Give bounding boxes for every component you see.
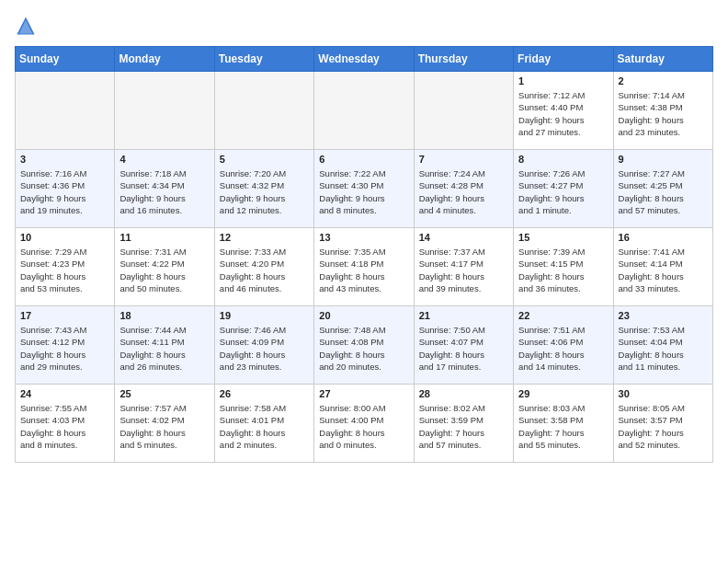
day-info: Sunrise: 7:53 AM Sunset: 4:04 PM Dayligh… xyxy=(619,324,708,373)
day-info: Sunrise: 7:29 AM Sunset: 4:23 PM Dayligh… xyxy=(20,246,109,294)
day-number: 25 xyxy=(119,388,209,399)
day-info: Sunrise: 8:05 AM Sunset: 3:57 PM Dayligh… xyxy=(619,402,708,451)
day-info: Sunrise: 7:44 AM Sunset: 4:11 PM Dayligh… xyxy=(119,324,209,373)
day-number: 6 xyxy=(319,154,408,165)
calendar-cell: 16Sunrise: 7:41 AM Sunset: 4:14 PM Dayli… xyxy=(613,228,712,306)
weekday-header-thursday: Thursday xyxy=(414,47,513,72)
day-number: 8 xyxy=(518,154,608,165)
calendar-cell: 9Sunrise: 7:27 AM Sunset: 4:25 PM Daylig… xyxy=(613,150,712,228)
day-number: 30 xyxy=(619,388,708,399)
calendar-cell: 12Sunrise: 7:33 AM Sunset: 4:20 PM Dayli… xyxy=(214,228,313,306)
weekday-header-tuesday: Tuesday xyxy=(214,47,313,72)
day-info: Sunrise: 7:14 AM Sunset: 4:38 PM Dayligh… xyxy=(619,89,708,138)
day-info: Sunrise: 7:18 AM Sunset: 4:34 PM Dayligh… xyxy=(119,167,209,216)
day-info: Sunrise: 7:51 AM Sunset: 4:06 PM Dayligh… xyxy=(518,324,608,373)
logo xyxy=(15,15,40,37)
calendar-week-row-1: 1Sunrise: 7:12 AM Sunset: 4:40 PM Daylig… xyxy=(16,72,713,150)
calendar-table: SundayMondayTuesdayWednesdayThursdayFrid… xyxy=(15,46,713,463)
calendar-cell: 11Sunrise: 7:31 AM Sunset: 4:22 PM Dayli… xyxy=(115,228,214,306)
calendar-cell: 6Sunrise: 7:22 AM Sunset: 4:30 PM Daylig… xyxy=(314,150,414,228)
calendar-cell xyxy=(214,72,313,150)
day-info: Sunrise: 8:03 AM Sunset: 3:58 PM Dayligh… xyxy=(518,402,608,451)
calendar-cell: 15Sunrise: 7:39 AM Sunset: 4:15 PM Dayli… xyxy=(514,228,613,306)
calendar-cell: 24Sunrise: 7:55 AM Sunset: 4:03 PM Dayli… xyxy=(16,385,115,463)
calendar-week-row-4: 17Sunrise: 7:43 AM Sunset: 4:12 PM Dayli… xyxy=(16,306,713,385)
day-number: 19 xyxy=(220,310,309,321)
calendar-cell: 22Sunrise: 7:51 AM Sunset: 4:06 PM Dayli… xyxy=(514,306,613,385)
day-number: 29 xyxy=(518,388,608,399)
calendar-cell xyxy=(314,72,414,150)
day-info: Sunrise: 7:16 AM Sunset: 4:36 PM Dayligh… xyxy=(20,167,109,216)
calendar-cell: 17Sunrise: 7:43 AM Sunset: 4:12 PM Dayli… xyxy=(16,306,115,385)
calendar-cell: 14Sunrise: 7:37 AM Sunset: 4:17 PM Dayli… xyxy=(414,228,513,306)
day-info: Sunrise: 7:31 AM Sunset: 4:22 PM Dayligh… xyxy=(119,246,209,294)
calendar-cell: 5Sunrise: 7:20 AM Sunset: 4:32 PM Daylig… xyxy=(214,150,313,228)
day-number: 28 xyxy=(419,388,508,399)
day-number: 11 xyxy=(119,232,209,243)
weekday-header-wednesday: Wednesday xyxy=(314,47,414,72)
day-info: Sunrise: 7:20 AM Sunset: 4:32 PM Dayligh… xyxy=(220,167,309,216)
day-number: 13 xyxy=(319,232,408,243)
weekday-header-monday: Monday xyxy=(115,47,214,72)
weekday-header-row: SundayMondayTuesdayWednesdayThursdayFrid… xyxy=(16,47,713,72)
day-number: 9 xyxy=(619,154,708,165)
day-info: Sunrise: 7:57 AM Sunset: 4:02 PM Dayligh… xyxy=(119,402,209,451)
calendar-cell: 20Sunrise: 7:48 AM Sunset: 4:08 PM Dayli… xyxy=(314,306,414,385)
calendar-cell: 30Sunrise: 8:05 AM Sunset: 3:57 PM Dayli… xyxy=(613,385,712,463)
day-number: 21 xyxy=(419,310,508,321)
calendar-cell xyxy=(414,72,513,150)
logo-icon xyxy=(15,15,37,37)
calendar-cell: 23Sunrise: 7:53 AM Sunset: 4:04 PM Dayli… xyxy=(613,306,712,385)
day-info: Sunrise: 7:58 AM Sunset: 4:01 PM Dayligh… xyxy=(220,402,309,451)
day-info: Sunrise: 7:35 AM Sunset: 4:18 PM Dayligh… xyxy=(319,246,408,294)
day-info: Sunrise: 7:22 AM Sunset: 4:30 PM Dayligh… xyxy=(319,167,408,216)
day-number: 22 xyxy=(518,310,608,321)
day-number: 18 xyxy=(119,310,209,321)
day-number: 27 xyxy=(319,388,408,399)
day-info: Sunrise: 7:37 AM Sunset: 4:17 PM Dayligh… xyxy=(419,246,508,294)
calendar-cell: 21Sunrise: 7:50 AM Sunset: 4:07 PM Dayli… xyxy=(414,306,513,385)
day-info: Sunrise: 7:55 AM Sunset: 4:03 PM Dayligh… xyxy=(20,402,109,451)
day-number: 12 xyxy=(220,232,309,243)
day-number: 24 xyxy=(20,388,109,399)
calendar-cell: 8Sunrise: 7:26 AM Sunset: 4:27 PM Daylig… xyxy=(514,150,613,228)
calendar-cell: 19Sunrise: 7:46 AM Sunset: 4:09 PM Dayli… xyxy=(214,306,313,385)
day-number: 14 xyxy=(419,232,508,243)
day-number: 5 xyxy=(220,154,309,165)
calendar-cell: 3Sunrise: 7:16 AM Sunset: 4:36 PM Daylig… xyxy=(16,150,115,228)
day-number: 15 xyxy=(518,232,608,243)
calendar-cell xyxy=(16,72,115,150)
day-info: Sunrise: 7:33 AM Sunset: 4:20 PM Dayligh… xyxy=(220,246,309,294)
day-info: Sunrise: 7:27 AM Sunset: 4:25 PM Dayligh… xyxy=(619,167,708,216)
calendar-cell: 28Sunrise: 8:02 AM Sunset: 3:59 PM Dayli… xyxy=(414,385,513,463)
day-number: 7 xyxy=(419,154,508,165)
page-header xyxy=(15,15,713,37)
day-info: Sunrise: 7:24 AM Sunset: 4:28 PM Dayligh… xyxy=(419,167,508,216)
calendar-week-row-5: 24Sunrise: 7:55 AM Sunset: 4:03 PM Dayli… xyxy=(16,385,713,463)
calendar-cell: 27Sunrise: 8:00 AM Sunset: 4:00 PM Dayli… xyxy=(314,385,414,463)
calendar-cell: 25Sunrise: 7:57 AM Sunset: 4:02 PM Dayli… xyxy=(115,385,214,463)
day-number: 10 xyxy=(20,232,109,243)
day-number: 26 xyxy=(220,388,309,399)
calendar-cell: 7Sunrise: 7:24 AM Sunset: 4:28 PM Daylig… xyxy=(414,150,513,228)
weekday-header-sunday: Sunday xyxy=(16,47,115,72)
day-info: Sunrise: 7:39 AM Sunset: 4:15 PM Dayligh… xyxy=(518,246,608,294)
day-info: Sunrise: 7:26 AM Sunset: 4:27 PM Dayligh… xyxy=(518,167,608,216)
day-number: 1 xyxy=(518,75,608,86)
day-number: 4 xyxy=(119,154,209,165)
day-number: 2 xyxy=(619,75,708,86)
day-info: Sunrise: 8:00 AM Sunset: 4:00 PM Dayligh… xyxy=(319,402,408,451)
calendar-cell: 13Sunrise: 7:35 AM Sunset: 4:18 PM Dayli… xyxy=(314,228,414,306)
calendar-cell: 2Sunrise: 7:14 AM Sunset: 4:38 PM Daylig… xyxy=(613,72,712,150)
calendar-week-row-2: 3Sunrise: 7:16 AM Sunset: 4:36 PM Daylig… xyxy=(16,150,713,228)
day-info: Sunrise: 7:43 AM Sunset: 4:12 PM Dayligh… xyxy=(20,324,109,373)
calendar-cell: 29Sunrise: 8:03 AM Sunset: 3:58 PM Dayli… xyxy=(514,385,613,463)
weekday-header-saturday: Saturday xyxy=(613,47,712,72)
day-number: 16 xyxy=(619,232,708,243)
calendar-week-row-3: 10Sunrise: 7:29 AM Sunset: 4:23 PM Dayli… xyxy=(16,228,713,306)
calendar-cell xyxy=(115,72,214,150)
day-info: Sunrise: 7:50 AM Sunset: 4:07 PM Dayligh… xyxy=(419,324,508,373)
calendar-cell: 4Sunrise: 7:18 AM Sunset: 4:34 PM Daylig… xyxy=(115,150,214,228)
day-number: 17 xyxy=(20,310,109,321)
calendar-cell: 26Sunrise: 7:58 AM Sunset: 4:01 PM Dayli… xyxy=(214,385,313,463)
